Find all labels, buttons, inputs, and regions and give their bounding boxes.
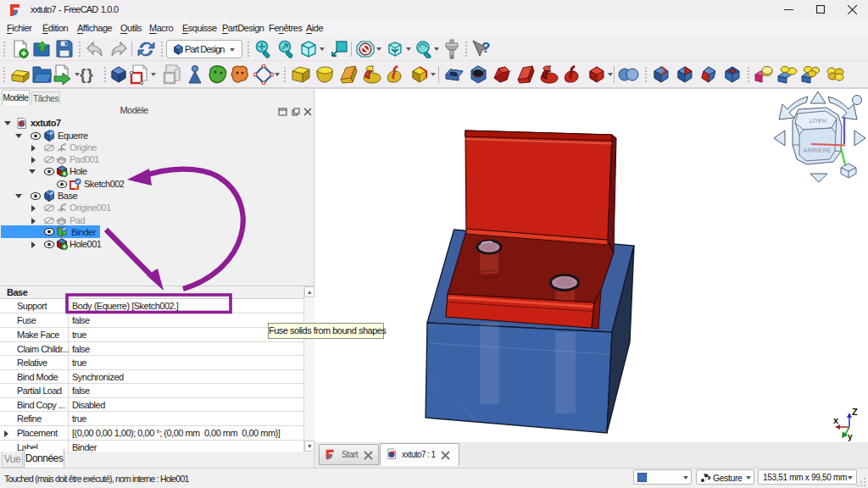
svg-text:Z: Z bbox=[852, 407, 858, 417]
svg-text:x: x bbox=[833, 415, 839, 425]
svg-text:HAUT: HAUT bbox=[808, 118, 826, 124]
svg-text:?: ? bbox=[481, 40, 490, 56]
svg-text:ARRIÈRE: ARRIÈRE bbox=[803, 147, 831, 153]
svg-text:y: y bbox=[848, 432, 853, 441]
